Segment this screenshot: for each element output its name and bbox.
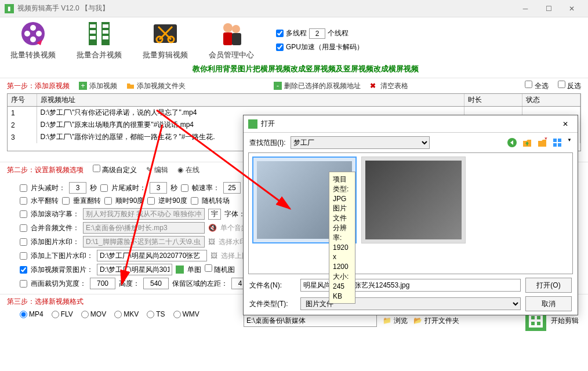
open-button[interactable]: 打开(O): [525, 278, 572, 293]
ccw90-checkbox[interactable]: [147, 197, 155, 205]
clear-table-button[interactable]: ✖清空表格: [370, 81, 408, 91]
lookup-row: 查找范围(I): 梦工厂 * ▼: [244, 133, 578, 152]
file-list-area[interactable]: 项目类型: JPG 图片文件 分辨率: 1920 x 1200 大小: 245 …: [248, 152, 573, 274]
font-sample-icon[interactable]: 宇: [208, 209, 221, 220]
filename-label: 文件名(N):: [249, 281, 296, 290]
svg-point-2: [36, 31, 42, 37]
cancel-button[interactable]: 取消: [525, 296, 572, 311]
merge-video-button[interactable]: 批量合并视频: [73, 20, 125, 60]
convert-video-button[interactable]: 批量转换视频: [7, 20, 59, 60]
dialog-title: 打开: [261, 119, 275, 129]
topbot-watermark-checkbox[interactable]: [20, 252, 27, 260]
delete-selected-button[interactable]: -删除已选择的原视频地址: [274, 81, 361, 91]
tail-trim-input[interactable]: [150, 182, 167, 194]
svg-rect-28: [531, 316, 535, 319]
image-icon: 🖼: [210, 252, 217, 260]
col-stat[interactable]: 状态: [522, 94, 580, 107]
head-trim-checkbox[interactable]: [20, 184, 27, 192]
crop-checkbox[interactable]: [20, 280, 27, 288]
fmt-mov[interactable]: MOV: [81, 310, 106, 318]
svg-rect-7: [90, 24, 96, 28]
svg-rect-30: [531, 322, 535, 325]
edit-button[interactable]: ✎ 编辑: [146, 165, 168, 175]
dialog-close-button[interactable]: ✕: [558, 117, 573, 132]
app-title: 视频剪辑高手 V12.0 【与我】: [17, 3, 109, 13]
invert-checkbox[interactable]: 反选: [558, 81, 581, 91]
thumbnail-image: [365, 161, 462, 239]
head-trim-input[interactable]: [69, 182, 86, 194]
view-dropdown-icon[interactable]: ▼: [567, 137, 572, 148]
col-seq[interactable]: 序号: [8, 94, 37, 107]
advanced-checkbox[interactable]: 高级自定义: [93, 165, 137, 175]
svg-rect-11: [103, 30, 108, 34]
scroll-sub-checkbox[interactable]: [20, 210, 27, 218]
topbot-path-input[interactable]: [97, 250, 207, 261]
svg-rect-19: [223, 32, 233, 45]
audio-path-input[interactable]: [83, 222, 205, 234]
cut-video-button[interactable]: 批量剪辑视频: [139, 20, 191, 60]
top-options: 多线程 个线程 GPU加速（用显卡解码）: [276, 28, 364, 52]
file-thumbnail-selected[interactable]: 项目类型: JPG 图片文件 分辨率: 1920 x 1200 大小: 245 …: [252, 157, 357, 243]
gpu-checkbox[interactable]: [276, 43, 284, 51]
cw90-checkbox[interactable]: [104, 197, 112, 205]
multithread-label: 多线程: [286, 28, 307, 38]
svg-point-18: [223, 23, 233, 32]
vflip-checkbox[interactable]: [62, 197, 70, 205]
svg-rect-10: [103, 24, 108, 28]
member-center-button[interactable]: 会员管理中心: [205, 20, 257, 60]
fps-checkbox[interactable]: [181, 184, 188, 192]
col-path[interactable]: 原视频地址: [37, 94, 464, 107]
maximize-button[interactable]: ☐: [537, 0, 560, 17]
back-icon[interactable]: [507, 137, 517, 148]
step1-label: 第一步：添加原视频: [7, 81, 70, 91]
tool-label: 批量合并视频: [77, 50, 122, 60]
file-thumbnail[interactable]: [361, 157, 466, 243]
random-transition-checkbox[interactable]: [191, 197, 198, 205]
img-watermark-input[interactable]: [83, 236, 205, 248]
image-icon[interactable]: [176, 265, 184, 274]
img-watermark-checkbox[interactable]: [20, 238, 27, 246]
merge-audio-checkbox[interactable]: [20, 224, 27, 232]
fmt-wmv[interactable]: WMV: [173, 310, 199, 318]
crop-width-input[interactable]: [90, 278, 115, 289]
svg-rect-34: [553, 139, 557, 142]
svg-rect-36: [553, 143, 557, 147]
fps-input[interactable]: [223, 182, 241, 194]
svg-rect-31: [537, 322, 540, 325]
add-video-button[interactable]: +添加视频: [79, 81, 117, 91]
save-path-input[interactable]: [244, 314, 377, 327]
tail-trim-checkbox[interactable]: [100, 184, 108, 192]
thread-suffix: 个线程: [328, 28, 349, 38]
lookup-select[interactable]: 梦工厂: [291, 136, 430, 149]
bg-image-input[interactable]: [97, 264, 172, 275]
svg-rect-21: [232, 33, 241, 45]
random-img-checkbox[interactable]: 随机图: [205, 264, 235, 275]
svg-point-20: [232, 25, 240, 33]
tool-label: 批量剪辑视频: [143, 50, 188, 60]
svg-text:*: *: [545, 137, 547, 144]
fmt-ts[interactable]: TS: [147, 310, 165, 318]
add-folder-button[interactable]: 添加视频文件夹: [126, 81, 186, 91]
select-all-checkbox[interactable]: 全选: [525, 81, 548, 91]
col-dur[interactable]: 时长: [464, 94, 522, 107]
up-icon[interactable]: [522, 137, 532, 148]
multithread-checkbox[interactable]: [276, 30, 284, 37]
hflip-checkbox[interactable]: [20, 197, 27, 205]
browse-button[interactable]: 📁浏览: [383, 316, 408, 326]
fmt-mkv[interactable]: MKV: [114, 310, 139, 318]
bg-image-checkbox[interactable]: [20, 266, 27, 274]
crop-height-input[interactable]: [143, 278, 169, 289]
new-folder-icon[interactable]: *: [537, 137, 547, 148]
format-row: MP4 FLV MOV MKV TS WMV: [20, 310, 219, 318]
fmt-mp4[interactable]: MP4: [20, 310, 43, 318]
promo-text: 教你利用背景图片把横屏视频改成竖屏视频及竖屏视频改成横屏视频: [23, 63, 588, 78]
thread-count-input[interactable]: [309, 28, 325, 39]
online-button[interactable]: ◉ 在线: [177, 165, 199, 175]
minimize-button[interactable]: ─: [514, 0, 537, 17]
scroll-sub-input[interactable]: [83, 208, 205, 220]
close-button[interactable]: ✕: [560, 0, 583, 17]
fmt-flv[interactable]: FLV: [52, 310, 73, 318]
view-icon[interactable]: [552, 137, 562, 148]
open-folder-button[interactable]: 📂打开文件夹: [413, 316, 459, 326]
main-toolbar: 批量转换视频 批量合并视频 批量剪辑视频 会员管理中心 多线程 个线程 GPU加…: [0, 17, 588, 63]
